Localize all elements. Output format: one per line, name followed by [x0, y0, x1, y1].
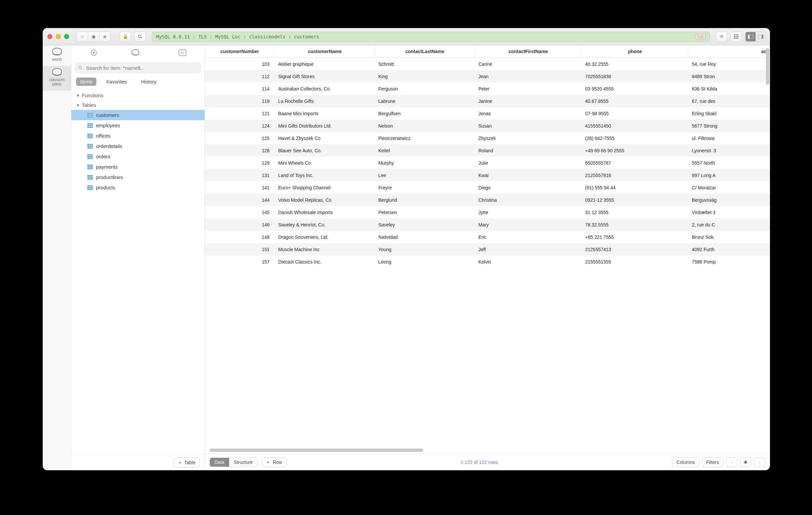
table-row[interactable]: 129Mini Wheels Co.MurphyJulie65055557875…: [205, 157, 770, 169]
sidebar-item-payments[interactable]: payments: [71, 162, 204, 172]
table-cell[interactable]: Murphy: [375, 157, 475, 169]
data-structure-segment[interactable]: Data Structure: [209, 458, 258, 467]
table-cell[interactable]: 0921-12 3555: [582, 194, 689, 206]
table-cell[interactable]: Julie: [475, 157, 582, 169]
table-cell[interactable]: 151: [205, 243, 275, 255]
table-cell[interactable]: 78.32.5555: [582, 218, 689, 231]
db-rail-item[interactable]: world: [43, 46, 71, 66]
stop-icon[interactable]: ⊘: [77, 32, 88, 42]
add-row-button[interactable]: ＋ Row: [262, 457, 286, 467]
table-cell[interactable]: 125: [205, 132, 275, 144]
table-row[interactable]: 128Blauer See Auto, Co.KeitelRoland+49 6…: [205, 144, 770, 157]
table-cell[interactable]: Baane Mini Imports: [275, 107, 375, 119]
table-cell[interactable]: Vinbæltet 3: [689, 206, 770, 218]
filters-button[interactable]: Filters: [702, 457, 723, 467]
tab-history[interactable]: History: [137, 78, 161, 86]
table-row[interactable]: 119La Rochelle GiftsLabruneJanine40.67.8…: [205, 95, 770, 107]
table-cell[interactable]: Euro+ Shopping Channel: [275, 181, 375, 194]
table-cell[interactable]: Bergulfsen: [375, 107, 475, 119]
table-row[interactable]: 144Volvo Model Replicas, CoBerglundChris…: [205, 194, 770, 206]
table-cell[interactable]: 6505555787: [582, 157, 689, 169]
column-header[interactable]: contactLastName: [375, 46, 475, 58]
table-cell[interactable]: Young: [375, 243, 475, 255]
search-icon[interactable]: [135, 32, 146, 42]
table-cell[interactable]: Erling Skakl: [689, 107, 770, 119]
table-cell[interactable]: Kwai: [475, 169, 582, 181]
left-sidebar-icon[interactable]: [746, 32, 756, 42]
table-cell[interactable]: Jonas: [475, 107, 582, 119]
layout-toggle[interactable]: [745, 32, 766, 42]
table-row[interactable]: 124Mini Gifts Distributors Ltd.NelsonSus…: [205, 119, 770, 132]
table-cell[interactable]: Natividad: [375, 231, 475, 243]
table-cell[interactable]: ul. Filtrowa: [689, 132, 770, 144]
table-cell[interactable]: 145: [205, 206, 275, 218]
column-header[interactable]: add: [689, 46, 770, 58]
table-cell[interactable]: +65 221 7555: [582, 231, 689, 243]
add-table-button[interactable]: ＋ Table: [173, 458, 200, 467]
table-cell[interactable]: Lee: [375, 169, 475, 181]
table-cell[interactable]: Freyre: [375, 181, 475, 194]
tab-favorites[interactable]: Favorites: [103, 78, 131, 86]
table-cell[interactable]: 112: [205, 70, 275, 82]
table-cell[interactable]: 4155551450: [582, 119, 689, 132]
table-cell[interactable]: Jytte: [475, 206, 582, 218]
table-cell[interactable]: +49 69 66 90 2555: [582, 144, 689, 157]
table-cell[interactable]: 40.32.2555: [582, 58, 689, 70]
table-cell[interactable]: 636 St Kilda: [689, 82, 770, 95]
table-cell[interactable]: Land of Toys Inc.: [275, 169, 375, 181]
group-tables[interactable]: ▼ Tables: [71, 100, 204, 110]
table-cell[interactable]: Keitel: [375, 144, 475, 157]
table-cell[interactable]: Lyonerstr. 3: [689, 144, 770, 157]
sidebar-item-employees[interactable]: employees: [71, 120, 204, 131]
table-cell[interactable]: 103: [205, 58, 275, 70]
table-cell[interactable]: Leong: [375, 255, 475, 268]
table-cell[interactable]: Peter: [475, 82, 582, 95]
table-cell[interactable]: Berguvsväg: [689, 194, 770, 206]
table-cell[interactable]: (26) 642-7555: [582, 132, 689, 144]
table-cell[interactable]: Eric: [475, 231, 582, 243]
table-cell[interactable]: 144: [205, 194, 275, 206]
table-cell[interactable]: Dragon Souveniers, Ltd.: [275, 231, 375, 243]
table-cell[interactable]: 121: [205, 107, 275, 119]
column-header[interactable]: contactFirstName: [475, 46, 582, 58]
sidebar-item-products[interactable]: products: [71, 182, 204, 193]
tab-items[interactable]: Items: [76, 78, 96, 86]
table-cell[interactable]: 131: [205, 169, 275, 181]
table-cell[interactable]: 31 12 3555: [582, 206, 689, 218]
table-cell[interactable]: Petersen: [375, 206, 475, 218]
sql-icon[interactable]: SQL: [175, 49, 190, 57]
sidebar-item-productlines[interactable]: productlines: [71, 172, 204, 182]
previous-page-button[interactable]: ‹: [726, 457, 737, 467]
table-cell[interactable]: 54, rue Roy: [689, 58, 770, 70]
table-cell[interactable]: Australian Collectors, Co.: [275, 82, 375, 95]
table-cell[interactable]: 157: [205, 255, 275, 268]
table-cell[interactable]: 4092 Furth: [689, 243, 770, 255]
table-cell[interactable]: Danish Wholesale Imports: [275, 206, 375, 218]
table-cell[interactable]: 07-98 9555: [582, 107, 689, 119]
grid-icon[interactable]: [731, 32, 742, 42]
table-cell[interactable]: Berglund: [375, 194, 475, 206]
table-cell[interactable]: 7025551838: [582, 70, 689, 82]
table-cell[interactable]: Janine: [475, 95, 582, 107]
eye-icon[interactable]: ◉: [88, 32, 99, 42]
lock-icon[interactable]: 🔒: [120, 32, 131, 42]
table-cell[interactable]: Havel & Zbyszek Co: [275, 132, 375, 144]
table-cell[interactable]: 897 Long A: [689, 169, 770, 181]
table-cell[interactable]: Zbyszek: [475, 132, 582, 144]
table-cell[interactable]: Bronz Sok.: [689, 231, 770, 243]
sidebar-item-orders[interactable]: orders: [71, 151, 204, 162]
zoom-window-button[interactable]: [64, 34, 69, 39]
table-cell[interactable]: 7586 Pomp: [689, 255, 770, 268]
column-header[interactable]: customerName: [275, 46, 375, 58]
sidebar-item-offices[interactable]: offices: [71, 131, 204, 141]
table-row[interactable]: 131Land of Toys Inc.LeeKwai2125557818897…: [205, 169, 770, 181]
table-cell[interactable]: 124: [205, 119, 275, 132]
sidebar-item-orderdetails[interactable]: orderdetails: [71, 141, 204, 151]
data-tab[interactable]: Data: [210, 458, 229, 467]
table-cell[interactable]: Christina: [475, 194, 582, 206]
table-cell[interactable]: 2125557413: [582, 243, 689, 255]
table-cell[interactable]: Signal Gift Stores: [275, 70, 375, 82]
table-cell[interactable]: 40.67.8555: [582, 95, 689, 107]
table-cell[interactable]: 5557 North: [689, 157, 770, 169]
table-row[interactable]: 141Euro+ Shopping ChannelFreyreDiego(91)…: [205, 181, 770, 194]
